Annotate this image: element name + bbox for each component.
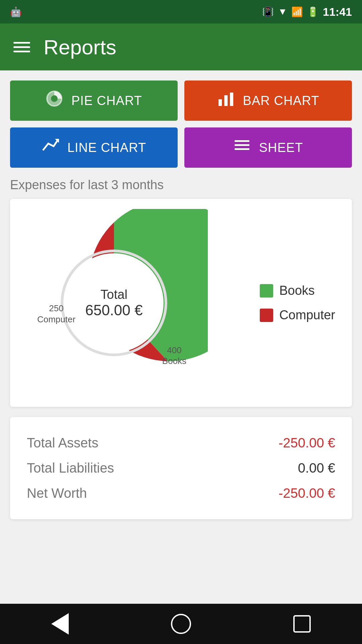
svg-rect-4: [230, 93, 233, 106]
battery-icon: 🔋: [307, 6, 319, 17]
home-button[interactable]: [171, 614, 191, 634]
total-label: Total: [85, 287, 142, 302]
recents-icon: [293, 615, 311, 633]
main-content: PIE CHART BAR CHART LINE CHART: [0, 70, 362, 519]
recents-button[interactable]: [293, 615, 311, 633]
status-bar-right: 📳 ▼ 📶 🔋 11:41: [262, 5, 352, 18]
summary-assets-row: Total Assets -250.00 €: [27, 430, 335, 455]
legend-books-color: [260, 284, 273, 298]
liabilities-value: 0.00 €: [298, 461, 335, 476]
summary-liabilities-row: Total Liabilities 0.00 €: [27, 455, 335, 481]
vibrate-icon: 📳: [262, 6, 274, 17]
legend-computer-label: Computer: [279, 308, 335, 322]
bar-chart-label: BAR CHART: [243, 94, 319, 108]
bar-chart-button[interactable]: BAR CHART: [184, 80, 352, 121]
app-icon: 🤖: [10, 6, 22, 17]
liabilities-label: Total Liabilities: [27, 461, 114, 476]
summary-networth-row: Net Worth -250.00 €: [27, 481, 335, 506]
legend-computer-color: [260, 309, 273, 322]
svg-rect-3: [224, 95, 228, 106]
svg-rect-8: [235, 148, 249, 150]
status-bar: 🤖 📳 ▼ 📶 🔋 11:41: [0, 0, 362, 23]
legend-computer: Computer: [260, 308, 335, 322]
pie-chart-button[interactable]: PIE CHART: [10, 80, 178, 121]
bar-chart-icon: [217, 90, 235, 111]
total-value: 650.00 €: [85, 302, 142, 319]
line-chart-label: LINE CHART: [67, 141, 146, 155]
section-title: Expenses for last 3 months: [10, 178, 352, 192]
sheet-button[interactable]: SHEET: [184, 127, 352, 168]
wifi-icon: ▼: [278, 6, 287, 17]
chart-card: 250 Computer 400 Books Total 650.00 € Bo…: [10, 199, 352, 407]
sheet-label: SHEET: [259, 141, 303, 155]
app-bar: Reports: [0, 23, 362, 70]
donut-chart: 250 Computer 400 Books Total 650.00 €: [20, 209, 208, 397]
networth-label: Net Worth: [27, 486, 87, 501]
computer-label-name: Computer: [37, 314, 75, 324]
donut-center: Total 650.00 €: [85, 287, 142, 319]
assets-value: -250.00 €: [279, 435, 335, 450]
assets-label: Total Assets: [27, 435, 98, 450]
svg-rect-7: [235, 144, 249, 146]
legend-books-label: Books: [279, 283, 315, 298]
books-label: 400: [167, 345, 181, 355]
computer-label: 250: [49, 303, 63, 313]
bottom-navigation: [0, 604, 362, 644]
signal-icon: 📶: [291, 6, 303, 17]
chart-type-buttons: PIE CHART BAR CHART LINE CHART: [10, 80, 352, 168]
pie-chart-icon: [46, 90, 63, 111]
back-button[interactable]: [51, 613, 69, 635]
svg-rect-2: [219, 99, 222, 106]
chart-legend: Books Computer: [260, 283, 335, 322]
sheet-icon: [233, 137, 251, 158]
books-label-name: Books: [162, 356, 186, 366]
clock: 11:41: [323, 5, 352, 18]
line-chart-icon: [42, 137, 59, 158]
line-chart-button[interactable]: LINE CHART: [10, 127, 178, 168]
pie-chart-label: PIE CHART: [71, 94, 142, 108]
networth-value: -250.00 €: [279, 486, 335, 501]
summary-card: Total Assets -250.00 € Total Liabilities…: [10, 417, 352, 519]
status-bar-left: 🤖: [10, 6, 22, 17]
svg-point-1: [51, 95, 58, 102]
page-title: Reports: [44, 35, 116, 59]
home-icon: [171, 614, 191, 634]
legend-books: Books: [260, 283, 335, 298]
menu-button[interactable]: [13, 42, 30, 52]
svg-rect-6: [235, 140, 249, 142]
back-icon: [51, 613, 69, 635]
chart-container: 250 Computer 400 Books Total 650.00 € Bo…: [20, 209, 342, 397]
